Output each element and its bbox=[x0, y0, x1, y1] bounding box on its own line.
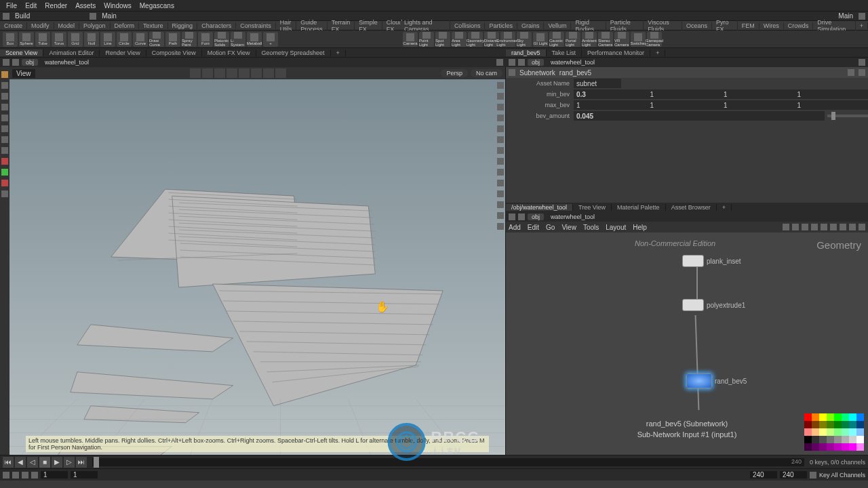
network-tab[interactable]: Material Palette bbox=[612, 204, 666, 211]
viewport-right-toolbar[interactable] bbox=[497, 82, 504, 230]
shelf-tab[interactable]: Particles bbox=[485, 22, 517, 29]
param-field[interactable]: 1 bbox=[795, 89, 869, 99]
shelf-tab[interactable]: Model bbox=[54, 22, 80, 29]
display-option-icon[interactable] bbox=[497, 104, 504, 110]
shelf-tabset-right[interactable]: Lights and Cameras Collisions Particles … bbox=[400, 21, 868, 30]
arrow-icon[interactable] bbox=[90, 13, 96, 20]
network-tool-icon[interactable] bbox=[859, 224, 865, 230]
color-swatch[interactable] bbox=[842, 443, 849, 451]
forward-icon[interactable] bbox=[518, 59, 525, 66]
view-option-icon[interactable] bbox=[226, 68, 237, 78]
shelf-tool[interactable]: Caustic Light bbox=[549, 32, 564, 47]
pane-tab[interactable]: Motion FX View bbox=[202, 49, 256, 56]
color-swatch[interactable] bbox=[842, 413, 849, 421]
pane-tabs-params[interactable]: rand_bev5 Take List Performance Monitor … bbox=[506, 48, 868, 58]
audio-icon[interactable] bbox=[22, 472, 28, 479]
node-polyextrude1[interactable]: polyextrude1 bbox=[682, 299, 745, 311]
pane-tab[interactable]: Take List bbox=[547, 49, 583, 56]
view-mode-label[interactable]: View bbox=[12, 69, 35, 78]
display-option-icon[interactable] bbox=[497, 212, 504, 219]
forward-icon[interactable] bbox=[518, 214, 525, 220]
shelf-tool[interactable]: GI Light bbox=[533, 32, 548, 47]
param-field[interactable]: 1 bbox=[721, 89, 795, 99]
back-icon[interactable] bbox=[509, 214, 515, 220]
tool-icon[interactable] bbox=[1, 190, 8, 197]
network-tool-icon[interactable] bbox=[821, 224, 827, 230]
path-obj[interactable]: obj bbox=[22, 59, 38, 66]
color-swatch[interactable] bbox=[856, 436, 864, 443]
menu-add[interactable]: Add bbox=[509, 224, 521, 231]
network-tool-icon[interactable] bbox=[811, 224, 818, 230]
scale-tool-icon[interactable] bbox=[1, 104, 8, 110]
tool-icon[interactable] bbox=[1, 136, 8, 143]
color-swatch[interactable] bbox=[834, 413, 842, 421]
color-swatch[interactable] bbox=[849, 421, 856, 428]
range-start-input[interactable]: 1 bbox=[71, 471, 98, 479]
shelf-tab[interactable]: Grains bbox=[517, 22, 545, 29]
network-tool-icon[interactable] bbox=[849, 224, 856, 230]
display-option-icon[interactable] bbox=[497, 136, 504, 143]
snap-tool-icon[interactable] bbox=[1, 115, 8, 121]
network-tool-icon[interactable] bbox=[830, 224, 837, 230]
pane-tab[interactable]: Geometry Spreadsheet bbox=[256, 49, 331, 56]
color-swatch[interactable] bbox=[842, 421, 849, 428]
network-tab[interactable]: Asset Browser bbox=[666, 204, 717, 211]
prev-frame-icon[interactable]: ◀ bbox=[15, 457, 26, 468]
color-swatch[interactable] bbox=[849, 436, 856, 443]
menu-view[interactable]: View bbox=[561, 224, 576, 231]
param-field[interactable]: 0.045 bbox=[574, 111, 825, 121]
auto-key-icon[interactable] bbox=[3, 472, 9, 479]
color-swatch[interactable] bbox=[819, 428, 827, 436]
param-field[interactable]: 1 bbox=[795, 100, 869, 110]
shelf-tool[interactable]: Sphere bbox=[19, 32, 34, 47]
color-swatch[interactable] bbox=[849, 443, 856, 451]
display-option-icon[interactable] bbox=[497, 190, 504, 197]
color-swatch[interactable] bbox=[842, 436, 849, 443]
rotate-tool-icon[interactable] bbox=[1, 93, 8, 100]
shelf-tab[interactable]: Polygon bbox=[79, 22, 111, 29]
arrow-icon-2[interactable] bbox=[859, 13, 865, 20]
path-context[interactable]: waterwheel_tool bbox=[547, 214, 865, 220]
shelf-tool[interactable]: + bbox=[263, 32, 278, 47]
color-swatch[interactable] bbox=[804, 413, 812, 421]
color-swatch[interactable] bbox=[856, 421, 864, 428]
shelf-tool[interactable]: Switcher bbox=[631, 32, 646, 47]
menu-windows[interactable]: Windows bbox=[100, 2, 135, 9]
display-option-icon[interactable] bbox=[497, 115, 504, 121]
color-swatch[interactable] bbox=[827, 413, 834, 421]
menu-render[interactable]: Render bbox=[41, 2, 71, 9]
view-option-icon[interactable] bbox=[239, 68, 250, 78]
range-end-input[interactable]: 240 bbox=[750, 471, 777, 479]
shelf-tool[interactable]: Path bbox=[165, 32, 180, 47]
shelf-tool[interactable]: VR Camera bbox=[614, 32, 629, 47]
display-option-icon[interactable] bbox=[497, 82, 504, 89]
param-field[interactable]: 0.3 bbox=[574, 89, 648, 99]
shelf-tool[interactable]: L-System bbox=[231, 32, 245, 47]
shelf-tool[interactable]: Spray Paint bbox=[182, 32, 197, 47]
playhead[interactable] bbox=[94, 457, 99, 468]
key-all-button[interactable]: Key All Channels bbox=[819, 472, 865, 479]
param-slider[interactable] bbox=[827, 115, 868, 117]
shelf-tab[interactable]: Collisions bbox=[450, 22, 486, 29]
param-field[interactable]: 1 bbox=[648, 100, 722, 110]
shelf-tool[interactable]: Grid bbox=[68, 32, 83, 47]
tool-icon[interactable] bbox=[1, 158, 8, 165]
shelf-tool[interactable]: Gamepad Camera bbox=[647, 32, 662, 47]
home-icon[interactable] bbox=[3, 13, 9, 20]
path-obj[interactable]: obj bbox=[528, 214, 544, 220]
asset-name-field[interactable]: subnet bbox=[574, 79, 621, 88]
color-swatch[interactable] bbox=[812, 428, 819, 436]
shelf-tool[interactable]: Torus bbox=[52, 32, 66, 47]
display-option-icon[interactable] bbox=[497, 223, 504, 230]
view-option-icon[interactable] bbox=[190, 68, 201, 78]
color-swatch[interactable] bbox=[812, 443, 819, 451]
menu-megascans[interactable]: Megascans bbox=[136, 2, 178, 9]
shelf-tool[interactable]: Platonic Solids bbox=[214, 32, 229, 47]
pane-tabs-viewport[interactable]: Scene View Animation Editor Render View … bbox=[0, 48, 506, 58]
menu-file[interactable]: File bbox=[3, 2, 20, 9]
shelf-tool[interactable]: Tube bbox=[35, 32, 50, 47]
display-option-icon[interactable] bbox=[497, 125, 504, 132]
color-swatch[interactable] bbox=[819, 443, 827, 451]
start-frame-input[interactable]: 1 bbox=[41, 471, 68, 479]
menu-edit[interactable]: Edit bbox=[528, 224, 539, 231]
